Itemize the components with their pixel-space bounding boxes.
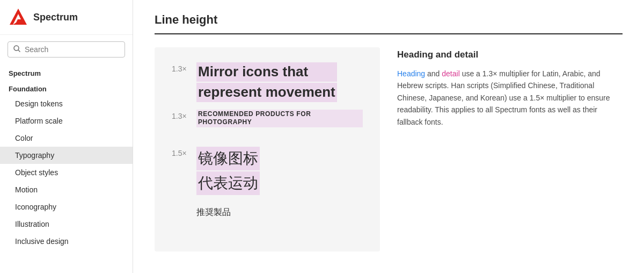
multiplier-en-sub: 1.3×	[172, 112, 191, 120]
search-box[interactable]	[8, 41, 125, 58]
demo-sub-en: RECOMMENDED PRODUCTS FOR PHOTOGRAPHY	[196, 110, 363, 127]
sidebar-header: Spectrum	[0, 0, 133, 35]
section-label-spectrum: Spectrum	[0, 64, 133, 80]
demo-row-en-sub: 1.3× RECOMMENDED PRODUCTS FOR PHOTOGRAPH…	[172, 110, 363, 127]
zh-sub-block: 推奨製品	[196, 203, 231, 218]
demo-heading-en-line1: Mirror icons that	[196, 62, 337, 82]
sidebar-item-platform-scale[interactable]: Platform scale	[0, 112, 133, 130]
sidebar-item-typography[interactable]: Typography	[0, 147, 133, 164]
info-body-and: and	[425, 69, 442, 78]
sidebar: Spectrum Spectrum Foundation Design toke…	[0, 0, 133, 273]
zh-heading-block: 镜像图标 代表运动	[196, 147, 260, 195]
search-icon	[13, 45, 20, 54]
sidebar-item-motion[interactable]: Motion	[0, 181, 133, 198]
sidebar-section-spectrum: Spectrum	[0, 64, 133, 80]
multiplier-en-heading: 1.3×	[172, 64, 191, 73]
main-content: Line height 1.3× Mirror icons that repre…	[133, 0, 644, 273]
sidebar-item-illustration[interactable]: Illustration	[0, 215, 133, 233]
en-sub-block: RECOMMENDED PRODUCTS FOR PHOTOGRAPHY	[196, 110, 363, 127]
adobe-logo-icon	[9, 8, 28, 27]
demo-panel: 1.3× Mirror icons that represent movemen…	[155, 47, 380, 252]
sidebar-section-foundation: Foundation Design tokens Platform scale …	[0, 80, 133, 250]
demo-row-zh-heading: 1.5× 镜像图标 代表运动	[172, 147, 363, 195]
demo-sub-zh: 推奨製品	[196, 207, 231, 218]
demo-heading-zh-line1: 镜像图标	[196, 147, 260, 170]
demo-row-zh-sub: 推奨製品	[172, 203, 363, 218]
svg-line-3	[18, 50, 20, 52]
en-heading-block: Mirror icons that represent movement	[196, 62, 337, 102]
sidebar-item-design-tokens[interactable]: Design tokens	[0, 95, 133, 112]
page-title: Line height	[155, 13, 623, 34]
sidebar-item-iconography[interactable]: Iconography	[0, 198, 133, 215]
demo-heading-zh-line2: 代表运动	[196, 171, 260, 195]
sidebar-item-color[interactable]: Color	[0, 130, 133, 147]
brand-name: Spectrum	[33, 12, 78, 23]
info-body: Heading and detail use a 1.3× multiplier…	[397, 68, 623, 128]
info-heading: Heading and detail	[397, 49, 623, 60]
demo-heading-en-line2: represent movement	[196, 83, 337, 102]
svg-point-2	[14, 46, 19, 51]
sidebar-item-inclusive-design[interactable]: Inclusive design	[0, 233, 133, 250]
info-panel: Heading and detail Heading and detail us…	[397, 47, 623, 128]
section-label-foundation: Foundation	[0, 80, 133, 95]
content-area: 1.3× Mirror icons that represent movemen…	[155, 47, 623, 252]
sidebar-item-object-styles[interactable]: Object styles	[0, 164, 133, 181]
demo-row-en-heading: 1.3× Mirror icons that represent movemen…	[172, 62, 363, 102]
multiplier-zh-heading: 1.5×	[172, 149, 191, 157]
search-input[interactable]	[25, 45, 119, 54]
link-detail[interactable]: detail	[442, 69, 459, 78]
link-heading[interactable]: Heading	[397, 69, 425, 78]
